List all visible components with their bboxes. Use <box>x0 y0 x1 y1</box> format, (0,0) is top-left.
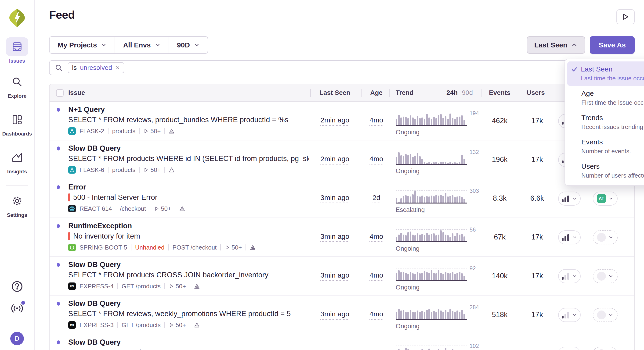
last-seen-value[interactable]: 3min ago <box>320 310 349 320</box>
save-as-button[interactable]: Save As <box>590 36 635 54</box>
column-header-age[interactable]: Age <box>363 84 390 101</box>
column-header-users[interactable]: Users <box>517 84 557 101</box>
issue-title[interactable]: RuntimeException <box>68 222 132 230</box>
assignee-selector-unassigned[interactable] <box>593 230 618 244</box>
sidebar-item-insights[interactable]: Insights <box>0 148 34 175</box>
events-count: 67k <box>479 218 521 256</box>
issue-row[interactable]: Error 500 - Internal Server Error REACT-… <box>50 179 634 218</box>
help-button[interactable] <box>10 280 24 294</box>
sort-option-label: Events <box>581 138 644 146</box>
close-icon[interactable] <box>115 65 120 70</box>
issue-row[interactable]: Slow DB Query SELECT * FROM products ex <box>50 334 634 350</box>
assignee-selector-unassigned[interactable] <box>593 269 618 283</box>
issue-short-id: FLASK-6 <box>80 166 104 174</box>
replay-count[interactable]: 50+ <box>143 166 161 174</box>
events-count: 196k <box>479 140 521 179</box>
assignee-selector[interactable]: AT <box>593 192 618 206</box>
sort-menu-item-age[interactable]: Age First time the issue occurred. <box>567 86 644 110</box>
token-value: unresolved <box>80 64 112 71</box>
express-project-icon: ex <box>68 283 76 290</box>
priority-selector[interactable] <box>558 269 581 283</box>
chevron-down-icon <box>572 196 577 201</box>
trend-toggle-90d[interactable]: 90d <box>462 89 473 96</box>
replay-play-icon <box>154 206 159 211</box>
column-header-issue[interactable]: Issue <box>68 84 85 101</box>
search-bar[interactable]: is unresolved <box>49 60 635 75</box>
sidebar-item-label: Explore <box>8 93 27 99</box>
user-avatar[interactable]: D <box>10 332 24 345</box>
meta-divider <box>246 244 246 251</box>
last-seen-value[interactable]: 3min ago <box>320 349 349 350</box>
issue-title[interactable]: Slow DB Query <box>68 261 121 269</box>
replay-count[interactable]: 50+ <box>168 283 186 290</box>
issue-meta: SPRING-BOOT-5 Unhandled POST /checkout 5… <box>68 244 256 251</box>
last-seen-value[interactable]: 2min ago <box>320 155 349 164</box>
age-value[interactable]: 4mo <box>370 116 383 126</box>
chevron-down-icon <box>608 196 613 201</box>
issue-title[interactable]: Slow DB Query <box>68 144 121 153</box>
last-seen-value[interactable]: 3min ago <box>320 194 349 203</box>
sidebar: Issues Explore Dashboards <box>0 0 34 350</box>
sort-button[interactable]: Last Seen <box>527 36 585 54</box>
select-all-checkbox[interactable] <box>56 89 64 97</box>
sort-menu: Last Seen Last time the issue occurred. … <box>564 59 644 186</box>
issue-rows: N+1 Query SELECT * FROM reviews, product… <box>50 102 634 350</box>
column-header-last-seen[interactable]: Last Seen <box>312 84 358 101</box>
priority-selector[interactable] <box>558 347 581 350</box>
priority-selector[interactable] <box>558 308 581 322</box>
replay-count-label: 50+ <box>176 283 186 290</box>
priority-bars-icon <box>562 234 569 241</box>
age-value[interactable]: 4mo <box>370 349 383 350</box>
sidebar-item-explore[interactable]: Explore <box>0 72 34 99</box>
issue-row[interactable]: Slow DB Query SELECT * FROM reviews, wee… <box>50 296 634 334</box>
age-value[interactable]: 4mo <box>370 310 383 320</box>
sort-menu-item-events[interactable]: Events Number of events. <box>567 134 644 159</box>
assignee-selector-unassigned[interactable] <box>593 347 618 350</box>
issue-row[interactable]: N+1 Query SELECT * FROM reviews, product… <box>50 102 634 140</box>
replay-count[interactable]: 50+ <box>143 128 161 135</box>
trend-toggle-24h[interactable]: 24h <box>446 89 458 96</box>
issue-title[interactable]: Error <box>68 183 86 191</box>
last-seen-value[interactable]: 3min ago <box>320 233 349 242</box>
replay-count[interactable]: 50+ <box>154 205 171 212</box>
sidebar-item-dashboards[interactable]: Dashboards <box>0 110 34 137</box>
play-button[interactable] <box>616 9 635 24</box>
replay-count[interactable]: 50+ <box>168 322 186 329</box>
sidebar-item-issues[interactable]: Issues <box>0 37 34 64</box>
priority-selector[interactable] <box>558 230 581 244</box>
replay-count[interactable]: 50+ <box>224 244 242 251</box>
issue-row[interactable]: RuntimeException No inventory for item S… <box>50 218 634 257</box>
sort-menu-item-last-seen[interactable]: Last Seen Last time the issue occurred. <box>567 61 644 86</box>
issue-title[interactable]: Slow DB Query <box>68 338 121 347</box>
date-range-filter[interactable]: 90D <box>169 37 208 53</box>
sort-menu-item-users[interactable]: Users Number of users affected. <box>567 159 644 183</box>
last-seen-value[interactable]: 2min ago <box>320 116 349 126</box>
whats-new-button[interactable] <box>10 301 24 316</box>
issue-title[interactable]: Slow DB Query <box>68 299 121 308</box>
age-value[interactable]: 2d <box>372 194 380 203</box>
sort-option-label: Last Seen <box>581 65 644 73</box>
age-value[interactable]: 4mo <box>370 155 383 164</box>
issue-title[interactable]: N+1 Query <box>68 105 105 114</box>
sidebar-item-settings[interactable]: Settings <box>0 192 34 218</box>
search-filter-token[interactable]: is unresolved <box>68 62 124 73</box>
last-seen-cell: 2min ago <box>312 102 358 140</box>
broadcast-icon <box>10 303 24 314</box>
age-value[interactable]: 4mo <box>370 233 383 242</box>
age-value[interactable]: 4mo <box>370 271 383 281</box>
issue-row[interactable]: Slow DB Query SELECT * FROM products WHE… <box>50 140 634 179</box>
column-header-trend[interactable]: Trend <box>396 84 414 101</box>
projects-filter[interactable]: My Projects <box>50 37 114 53</box>
column-header-events[interactable]: Events <box>479 84 521 101</box>
chevron-down-icon <box>154 42 161 48</box>
sort-menu-item-trends[interactable]: Trends Recent issues trending upward. <box>567 110 644 134</box>
issue-row[interactable]: Slow DB Query SELECT * FROM products CRO… <box>50 257 634 296</box>
sparkline-bars <box>396 190 467 203</box>
age-cell: 4mo <box>363 334 390 350</box>
app-logo[interactable] <box>9 8 26 27</box>
issue-subtitle: SELECT * FROM products WHERE id IN (SELE… <box>68 154 309 163</box>
priority-selector[interactable] <box>558 192 581 206</box>
environments-filter[interactable]: All Envs <box>115 37 168 53</box>
last-seen-value[interactable]: 3min ago <box>320 271 349 281</box>
assignee-selector-unassigned[interactable] <box>593 308 618 322</box>
